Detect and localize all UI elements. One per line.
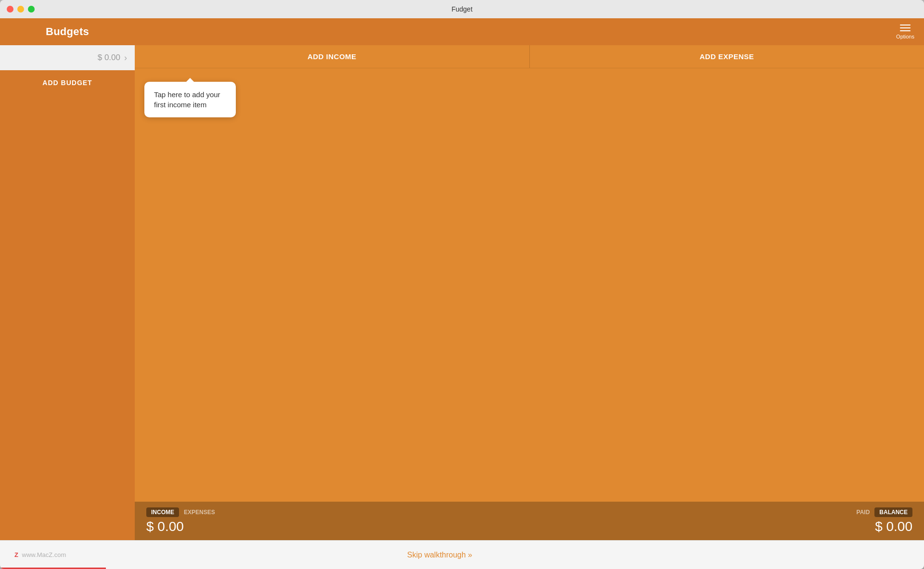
- app-window: Fudget Budgets $ 0.00 › ADD BUDGET: [0, 0, 924, 569]
- chevron-right-icon: ›: [124, 53, 127, 63]
- tab-add-expense-label: ADD EXPENSE: [700, 52, 754, 61]
- content-area: Tap here to add your first income item: [135, 68, 924, 502]
- add-budget-button[interactable]: ADD BUDGET: [0, 70, 135, 95]
- budget-row[interactable]: $ 0.00 ›: [0, 45, 135, 70]
- maximize-button[interactable]: [28, 6, 35, 13]
- hamburger-icon: [900, 25, 911, 25]
- bottom-right-amount: $ 0.00: [875, 519, 912, 534]
- main-content: Options ADD INCOME ADD EXPENSE Tap here …: [135, 18, 924, 540]
- app-body: Budgets $ 0.00 › ADD BUDGET Options: [0, 18, 924, 540]
- skip-walkthrough-button[interactable]: Skip walkthrough »: [407, 551, 472, 559]
- options-label: Options: [896, 34, 914, 39]
- hamburger-icon: [900, 30, 911, 31]
- bottom-labels: PAID BALANCE: [852, 507, 912, 517]
- bottom-left-amount: $ 0.00: [146, 519, 220, 534]
- bottom-bar: INCOME EXPENSES $ 0.00 PAID BALANCE $ 0.…: [135, 502, 924, 540]
- bottom-tabs: INCOME EXPENSES: [146, 507, 220, 517]
- tooltip-text: Tap here to add your first income item: [154, 90, 220, 109]
- watermark: Z www.MacZ.com: [14, 551, 66, 558]
- bottom-right: PAID BALANCE $ 0.00: [852, 507, 912, 534]
- hamburger-icon: [900, 27, 911, 28]
- options-button[interactable]: Options: [896, 25, 914, 39]
- tab-add-income[interactable]: ADD INCOME: [135, 45, 530, 68]
- minimize-button[interactable]: [17, 6, 24, 13]
- balance-label: BALANCE: [874, 507, 912, 517]
- paid-label: PAID: [852, 507, 875, 517]
- sidebar-header: Budgets: [0, 18, 135, 45]
- sidebar: Budgets $ 0.00 › ADD BUDGET: [0, 18, 135, 540]
- main-toolbar: Options: [135, 18, 924, 45]
- tab-add-income-label: ADD INCOME: [308, 52, 357, 61]
- window-title: Fudget: [451, 5, 473, 13]
- income-tab[interactable]: INCOME: [146, 507, 179, 517]
- add-budget-label: ADD BUDGET: [42, 79, 92, 87]
- sidebar-title: Budgets: [46, 25, 89, 38]
- footer-bar: Z www.MacZ.com Skip walkthrough »: [0, 540, 924, 569]
- bottom-left: INCOME EXPENSES $ 0.00: [146, 507, 220, 534]
- expenses-tab[interactable]: EXPENSES: [179, 507, 220, 517]
- tab-bar: ADD INCOME ADD EXPENSE: [135, 45, 924, 68]
- budget-amount: $ 0.00: [98, 53, 120, 63]
- titlebar: Fudget: [0, 0, 924, 18]
- tooltip-bubble: Tap here to add your first income item: [144, 82, 236, 117]
- close-button[interactable]: [7, 6, 13, 13]
- watermark-text: www.MacZ.com: [22, 551, 66, 558]
- z-icon: Z: [14, 551, 18, 558]
- tab-add-expense[interactable]: ADD EXPENSE: [530, 45, 924, 68]
- window-controls: [7, 6, 35, 13]
